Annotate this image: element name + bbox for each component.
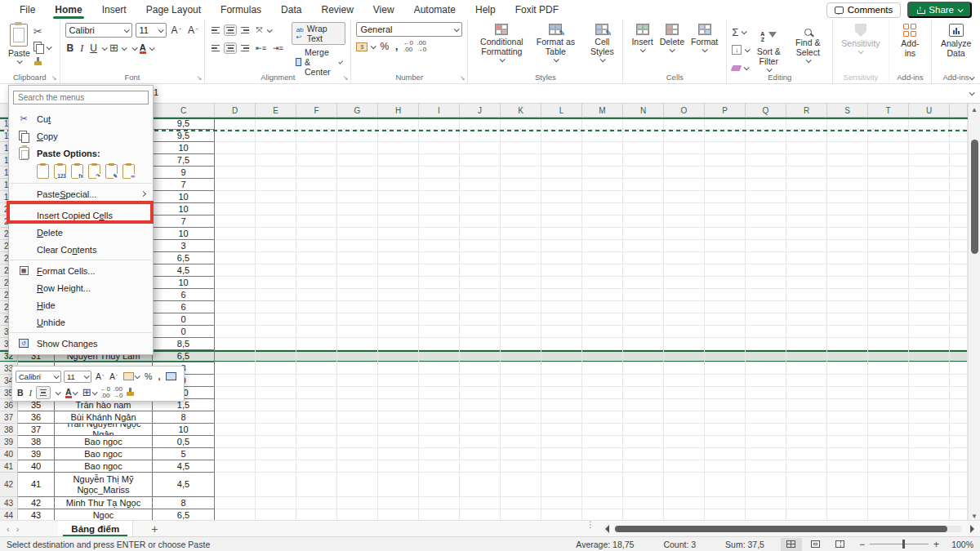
cell[interactable]: 10 [153,203,215,216]
cell[interactable] [827,252,868,264]
cell[interactable] [950,142,968,154]
cell[interactable] [541,191,582,203]
column-header-partial[interactable] [950,104,968,118]
ribbon-tab-page-layout[interactable]: Page Layout [136,0,211,20]
cell[interactable] [786,338,827,350]
cell[interactable] [419,203,460,216]
cell[interactable] [623,203,664,216]
vertical-scrollbar-thumb[interactable] [971,140,978,254]
mini-accounting-button[interactable] [122,372,140,380]
cell[interactable] [705,326,746,338]
cell[interactable] [501,252,541,264]
sort-filter-button[interactable]: AZ Sort & Filter [749,27,788,73]
cell[interactable] [378,277,419,289]
cell[interactable] [582,387,623,399]
cell[interactable] [786,460,827,473]
cell[interactable] [705,362,746,375]
cell[interactable] [296,362,337,375]
cell[interactable]: 6,5 [153,252,215,264]
cell[interactable] [215,399,256,411]
cell[interactable] [909,436,950,448]
cell[interactable] [541,473,582,497]
cell[interactable] [868,436,909,448]
ribbon-tab-data[interactable]: Data [271,0,311,20]
cell[interactable] [623,179,664,191]
cell[interactable] [705,167,746,179]
cell[interactable] [582,350,623,362]
cell[interactable] [460,301,501,313]
menu-search-box[interactable] [13,91,149,104]
cell[interactable] [541,179,582,191]
row-header-40[interactable]: 40 [0,448,18,460]
cell[interactable]: 6,5 [153,350,215,362]
cell[interactable] [337,448,378,460]
column-header-I[interactable]: I [419,104,460,118]
cell[interactable] [950,387,968,399]
cell[interactable] [950,118,968,130]
cell[interactable] [827,387,868,399]
cell[interactable] [460,375,501,387]
cell[interactable] [827,167,868,179]
cell[interactable]: 10 [153,191,215,203]
cell[interactable] [623,191,664,203]
cell[interactable] [378,264,419,277]
cell[interactable] [582,252,623,264]
cell[interactable] [664,252,705,264]
cell[interactable] [501,228,541,240]
cell[interactable] [786,289,827,301]
cell[interactable] [909,375,950,387]
column-header-M[interactable]: M [582,104,623,118]
cell[interactable] [909,264,950,277]
cell[interactable] [582,301,623,313]
copy-button[interactable] [33,39,51,56]
cell[interactable] [419,301,460,313]
menu-item-paste-special[interactable]: Paste Special... [9,185,153,202]
cell[interactable] [419,228,460,240]
ribbon-tab-view[interactable]: View [363,0,404,20]
cell[interactable] [419,497,460,509]
cell[interactable] [582,264,623,277]
percent-style-button[interactable]: % [378,41,390,52]
cell[interactable] [378,326,419,338]
cell[interactable] [337,191,378,203]
conditional-formatting-button[interactable]: Conditional Formatting [473,22,530,64]
cell[interactable] [746,424,786,436]
cell[interactable] [909,216,950,228]
cell[interactable] [215,179,256,191]
cell[interactable] [909,130,950,142]
cell[interactable] [664,130,705,142]
zoom-slider-thumb[interactable] [902,540,906,549]
cell[interactable] [460,228,501,240]
cell[interactable] [541,387,582,399]
row-header-44[interactable]: 44 [0,509,18,520]
cell[interactable] [950,252,968,264]
cell[interactable] [827,130,868,142]
cell[interactable] [460,424,501,436]
cell[interactable] [215,228,256,240]
cell[interactable] [337,362,378,375]
wrap-text-button[interactable]: ab↩Wrap Text [292,22,346,45]
cell[interactable] [501,326,541,338]
cell[interactable] [256,350,296,362]
cell[interactable] [827,497,868,509]
column-header-E[interactable]: E [256,104,296,118]
cell[interactable] [746,411,786,424]
cell[interactable] [868,228,909,240]
cell[interactable] [419,436,460,448]
cell[interactable] [215,301,256,313]
cell[interactable] [786,473,827,497]
cell[interactable] [623,277,664,289]
cell[interactable] [378,375,419,387]
cell[interactable]: 8 [153,411,215,424]
cell[interactable] [705,240,746,252]
cell[interactable] [868,411,909,424]
decrease-indent-button[interactable]: ⇤≡ [254,44,268,52]
cell[interactable] [419,509,460,520]
delete-cells-button[interactable]: Delete [657,22,688,54]
cell[interactable] [868,264,909,277]
cell[interactable] [541,301,582,313]
cell[interactable] [337,350,378,362]
cell[interactable] [256,411,296,424]
cell[interactable] [909,399,950,411]
format-button[interactable]: Format [688,22,721,54]
